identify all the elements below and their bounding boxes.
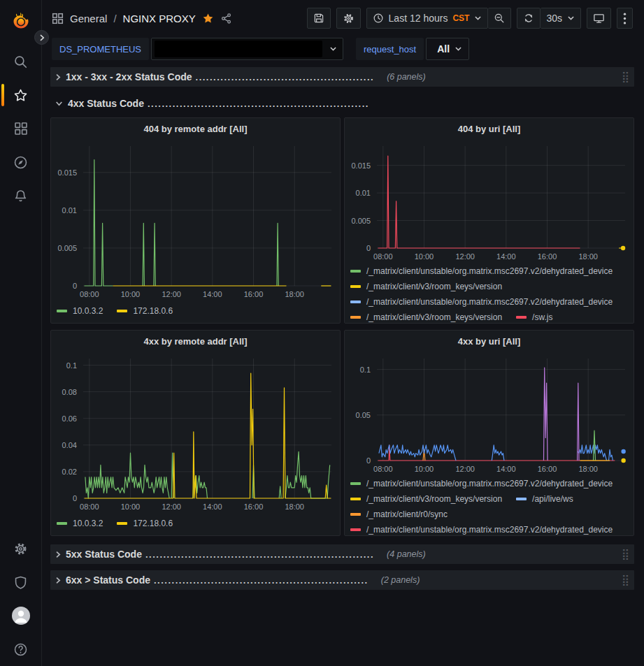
sidebar-item-search[interactable] xyxy=(0,45,42,78)
dashboard-title[interactable]: NGINX PROXY xyxy=(123,13,196,24)
legend-item[interactable]: /_matrix/client/unstable/org.matrix.msc2… xyxy=(350,266,613,276)
time-series-chart[interactable]: 08:0010:0012:0014:0016:0018:0000.020.040… xyxy=(51,352,340,514)
time-range-picker[interactable]: Last 12 hours CST xyxy=(366,8,489,29)
share-button[interactable] xyxy=(220,13,232,24)
legend-item[interactable]: /_matrix/client/v3/room_keys/version xyxy=(350,312,502,322)
svg-text:12:00: 12:00 xyxy=(162,290,181,298)
legend-item[interactable]: /_matrix/client/unstable/org.matrix.msc2… xyxy=(350,525,613,535)
sidebar-item-explore[interactable] xyxy=(0,145,42,179)
variable-request-host: request_host All xyxy=(356,38,469,60)
dashboards-grid-icon xyxy=(14,122,28,136)
sidebar-item-starred[interactable] xyxy=(0,78,42,112)
dashboard-settings-button[interactable] xyxy=(336,8,361,29)
legend-item[interactable]: /_matrix/client/unstable/org.matrix.msc2… xyxy=(350,479,613,488)
legend-label: /_matrix/client/v3/room_keys/version xyxy=(366,312,502,322)
legend-row: 10.0.3.2172.18.0.6 xyxy=(57,301,340,321)
time-series-chart[interactable]: 08:0010:0012:0014:0016:0018:0000.0050.01… xyxy=(345,139,634,263)
refresh-interval-label: 30s xyxy=(546,13,562,24)
sidebar-item-profile[interactable] xyxy=(0,599,42,632)
row-6xx[interactable]: 6xx > Status Code ......................… xyxy=(50,570,634,590)
grafana-logo[interactable] xyxy=(0,6,42,36)
time-series-chart[interactable]: 08:0010:0012:0014:0016:0018:0000.050.1 xyxy=(345,352,634,476)
panel-title[interactable]: 404 by remote addr [All] xyxy=(51,118,340,139)
chart-svg: 08:0010:0012:0014:0016:0018:0000.020.040… xyxy=(51,352,340,514)
row-drag-handle[interactable]: ⣿ xyxy=(622,72,629,82)
legend-swatch xyxy=(57,310,67,312)
legend-item[interactable]: /_matrix/client/r0/sync xyxy=(350,509,448,519)
legend-row: /_matrix/client/unstable/org.matrix.msc2… xyxy=(350,294,634,310)
sidebar-item-configuration[interactable] xyxy=(0,532,42,565)
row-drag-handle[interactable]: ⣿ xyxy=(622,549,629,560)
variable-ds-prometheus: DS_PROMETHEUS xyxy=(52,38,343,60)
variable-label[interactable]: DS_PROMETHEUS xyxy=(52,38,149,60)
sidebar-item-server-admin[interactable] xyxy=(0,565,42,599)
row-4xx[interactable]: 4xx Status Code ........................… xyxy=(50,94,634,113)
sidebar-item-dashboards[interactable] xyxy=(0,112,42,145)
svg-text:16:00: 16:00 xyxy=(538,465,557,473)
save-dashboard-button[interactable] xyxy=(307,8,331,29)
row-1xx-3xx-2xx[interactable]: 1xx - 3xx - 2xx Status Code ............… xyxy=(50,67,634,87)
variable-value-dropdown[interactable] xyxy=(151,38,343,60)
variable-value-dropdown[interactable]: All xyxy=(426,38,469,60)
zoom-out-time-button[interactable] xyxy=(488,8,511,29)
legend-swatch xyxy=(516,498,527,500)
angle-right-icon xyxy=(55,551,61,558)
panel-title[interactable]: 4xx by uri [All] xyxy=(345,331,634,352)
cycle-view-mode-button[interactable] xyxy=(587,8,611,29)
sidebar-item-help[interactable] xyxy=(0,632,42,666)
legend-swatch xyxy=(350,482,361,485)
legend-label: /_matrix/client/v3/room_keys/version xyxy=(366,282,502,291)
favorite-star-button[interactable] xyxy=(202,13,214,24)
refresh-button[interactable] xyxy=(517,8,541,29)
svg-text:18:00: 18:00 xyxy=(578,465,598,473)
chevron-right-icon xyxy=(39,34,45,41)
legend-row: /_matrix/client/v3/room_keys/version/sw.… xyxy=(350,310,634,323)
panel-title[interactable]: 404 by uri [All] xyxy=(345,118,634,139)
zoom-out-icon xyxy=(494,13,505,24)
legend-item[interactable]: 172.18.0.6 xyxy=(117,519,173,528)
breadcrumb-separator: / xyxy=(113,13,116,24)
legend-swatch xyxy=(350,285,361,288)
chart-svg: 08:0010:0012:0014:0016:0018:0000.0050.01… xyxy=(345,139,634,263)
svg-text:12:00: 12:00 xyxy=(162,502,181,511)
legend-row: 10.0.3.2172.18.0.6 xyxy=(57,514,340,533)
legend-item[interactable]: 10.0.3.2 xyxy=(57,519,103,528)
legend-item[interactable]: 172.18.0.6 xyxy=(117,306,173,316)
legend-item[interactable]: 10.0.3.2 xyxy=(57,306,103,316)
svg-text:14:00: 14:00 xyxy=(203,290,222,298)
variables-bar: DS_PROMETHEUS request_host All xyxy=(42,36,644,61)
legend-item[interactable]: /api/live/ws xyxy=(516,494,573,504)
legend-swatch xyxy=(57,522,67,525)
chevron-down-icon xyxy=(474,15,482,21)
panel-legend: 10.0.3.2172.18.0.6 xyxy=(51,514,340,535)
expand-sidebar-button[interactable] xyxy=(34,30,49,45)
dashboard-toolbar: General / NGINX PROXY xyxy=(42,0,644,36)
toolbar-actions: Last 12 hours CST xyxy=(307,8,633,29)
row-5xx[interactable]: 5xx Status Code ........................… xyxy=(50,544,634,564)
sidebar-item-alerting[interactable] xyxy=(0,179,42,212)
legend-item[interactable]: /_matrix/client/v3/room_keys/version xyxy=(350,494,502,504)
row-title: 5xx Status Code xyxy=(66,549,142,560)
save-icon xyxy=(313,13,324,24)
panel-legend: /_matrix/client/unstable/org.matrix.msc2… xyxy=(345,476,634,535)
refresh-interval-picker[interactable]: 30s xyxy=(541,8,581,29)
legend-item[interactable]: /sw.js xyxy=(516,312,552,322)
star-icon xyxy=(13,88,28,103)
bell-icon xyxy=(13,189,28,203)
panel-title[interactable]: 4xx by remote addr [All] xyxy=(51,331,340,352)
legend-item[interactable]: /_matrix/client/unstable/org.matrix.msc2… xyxy=(350,297,613,307)
person-icon xyxy=(12,607,30,625)
legend-swatch xyxy=(117,310,127,312)
breadcrumb-folder[interactable]: General xyxy=(70,13,107,24)
legend-label: /_matrix/client/v3/room_keys/version xyxy=(366,494,502,504)
variable-label[interactable]: request_host xyxy=(356,38,424,60)
time-range-label: Last 12 hours xyxy=(389,13,448,24)
row-drag-handle[interactable]: ⣿ xyxy=(622,575,629,586)
kebab-menu-button[interactable] xyxy=(617,8,633,29)
panel-4xx-by-uri: 4xx by uri [All] 08:0010:0012:0014:0016:… xyxy=(344,330,634,536)
legend-item[interactable]: /_matrix/client/v3/room_keys/version xyxy=(350,282,502,291)
angle-right-icon xyxy=(55,73,61,81)
row-leader-dots: ........................................… xyxy=(148,99,369,109)
time-series-chart[interactable]: 08:0010:0012:0014:0016:0018:0000.0050.01… xyxy=(51,139,340,301)
svg-text:0.005: 0.005 xyxy=(351,217,371,225)
